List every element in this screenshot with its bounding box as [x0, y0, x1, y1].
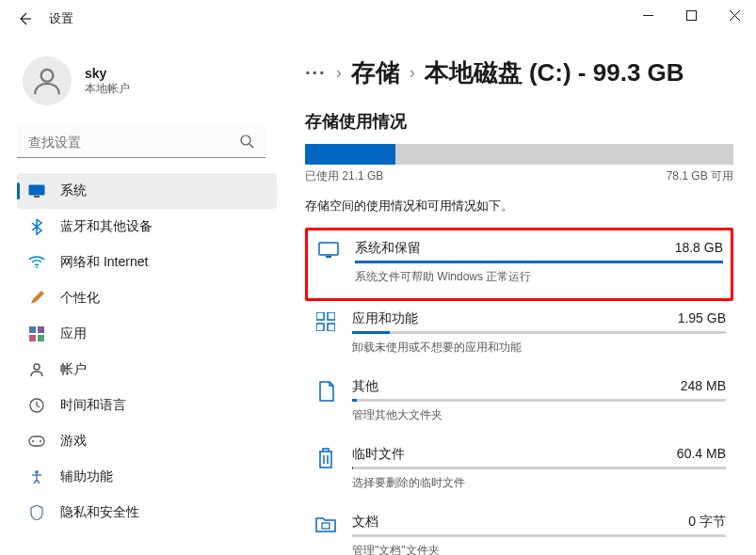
system-icon [315, 240, 342, 285]
docs-icon [313, 514, 339, 555]
maximize-button[interactable] [669, 0, 713, 30]
main-content: ··· › 存储 › 本地磁盘 (C:) - 99.3 GB 存储使用情况 已使… [282, 38, 756, 555]
svg-rect-20 [316, 324, 324, 331]
category-temp[interactable]: 临时文件60.4 MB选择要删除的临时文件 [305, 436, 733, 504]
chevron-right-icon: › [410, 63, 415, 83]
shield-icon [28, 504, 45, 521]
nav: 系统 蓝牙和其他设备 网络和 Internet 个性化 应用 帐户 [17, 173, 277, 531]
wifi-icon [28, 254, 45, 271]
svg-rect-16 [319, 243, 338, 255]
svg-rect-7 [38, 326, 44, 333]
usage-free: 78.1 GB 可用 [667, 168, 733, 184]
category-system[interactable]: 系统和保留18.8 GB系统文件可帮助 Windows 正常运行 [305, 228, 733, 301]
svg-rect-19 [328, 312, 335, 320]
nav-apps[interactable]: 应用 [17, 316, 277, 352]
category-size: 18.8 GB [675, 240, 723, 257]
category-size: 248 MB [681, 378, 726, 395]
usage-desc: 存储空间的使用情况和可用情况如下。 [305, 198, 733, 214]
category-size: 60.4 MB [677, 446, 726, 463]
svg-rect-22 [322, 523, 330, 529]
svg-rect-18 [316, 312, 324, 320]
category-desc: 系统文件可帮助 Windows 正常运行 [355, 269, 723, 285]
accessibility-icon [28, 468, 45, 485]
svg-rect-9 [38, 335, 44, 341]
minimize-button[interactable] [626, 0, 669, 30]
category-desc: 管理其他大文件夹 [352, 407, 726, 423]
temp-icon [313, 446, 339, 491]
other-icon [313, 378, 339, 423]
category-title: 临时文件 [352, 446, 405, 463]
chevron-right-icon: › [336, 63, 342, 83]
category-bar [352, 331, 726, 334]
nav-label: 时间和语言 [60, 397, 126, 414]
nav-label: 辅助功能 [60, 468, 113, 485]
brush-icon [28, 290, 45, 307]
sidebar: sky 本地帐户 系统 蓝牙和其他设备 网络和 Internet [0, 38, 282, 555]
nav-label: 个性化 [60, 290, 100, 307]
apps-icon [28, 325, 45, 342]
nav-label: 应用 [60, 325, 87, 342]
svg-rect-8 [29, 335, 36, 341]
category-title: 系统和保留 [355, 240, 421, 257]
svg-rect-17 [326, 256, 331, 258]
category-title: 应用和功能 [352, 310, 418, 327]
svg-rect-6 [29, 326, 36, 333]
category-title: 其他 [352, 378, 378, 395]
category-bar [355, 261, 723, 263]
nav-label: 网络和 Internet [60, 254, 148, 271]
user-block[interactable]: sky 本地帐户 [23, 56, 277, 105]
search-icon [239, 134, 254, 149]
system-icon [28, 182, 45, 199]
usage-fill [305, 144, 395, 165]
nav-network[interactable]: 网络和 Internet [17, 245, 277, 280]
svg-point-10 [34, 364, 40, 370]
apps-icon [313, 310, 339, 356]
category-desc: 管理"文档"文件夹 [352, 543, 726, 555]
nav-accessibility[interactable]: 辅助功能 [17, 459, 277, 495]
svg-point-5 [36, 266, 38, 268]
bluetooth-icon [28, 218, 45, 235]
back-button[interactable] [17, 11, 32, 26]
nav-label: 游戏 [60, 433, 87, 450]
user-name: sky [85, 66, 130, 81]
person-icon [28, 361, 45, 378]
svg-point-2 [241, 135, 250, 145]
user-sub: 本地帐户 [85, 81, 130, 97]
svg-point-1 [41, 70, 54, 82]
nav-label: 帐户 [60, 361, 87, 378]
nav-personalization[interactable]: 个性化 [17, 280, 277, 316]
search-box[interactable] [17, 126, 265, 158]
category-docs[interactable]: 文档0 字节管理"文档"文件夹 [305, 504, 733, 555]
nav-bluetooth[interactable]: 蓝牙和其他设备 [17, 209, 277, 245]
breadcrumb-storage[interactable]: 存储 [351, 56, 400, 89]
usage-bar [305, 144, 733, 165]
avatar [23, 56, 72, 105]
nav-system[interactable]: 系统 [17, 173, 277, 209]
nav-gaming[interactable]: 游戏 [17, 423, 277, 459]
clock-icon [28, 397, 45, 414]
close-button[interactable] [713, 0, 756, 30]
search-input[interactable] [17, 126, 265, 158]
usage-used: 已使用 21.1 GB [305, 168, 383, 184]
category-desc: 卸载未使用或不想要的应用和功能 [352, 340, 726, 356]
usage-title: 存储使用情况 [305, 110, 733, 133]
window-title: 设置 [49, 10, 73, 27]
svg-rect-4 [34, 196, 40, 198]
category-apps[interactable]: 应用和功能1.95 GB卸载未使用或不想要的应用和功能 [305, 301, 733, 369]
category-bar [352, 467, 726, 469]
svg-point-14 [40, 440, 41, 442]
svg-point-13 [32, 440, 34, 442]
svg-point-15 [35, 470, 39, 474]
category-bar [352, 399, 726, 402]
svg-rect-21 [328, 324, 335, 331]
breadcrumb-overflow[interactable]: ··· [305, 62, 327, 84]
category-size: 1.95 GB [678, 310, 726, 327]
nav-accounts[interactable]: 帐户 [17, 352, 277, 388]
category-other[interactable]: 其他248 MB管理其他大文件夹 [305, 369, 733, 436]
nav-privacy[interactable]: 隐私和安全性 [17, 495, 277, 531]
nav-label: 蓝牙和其他设备 [60, 218, 153, 235]
nav-time[interactable]: 时间和语言 [17, 388, 277, 423]
gamepad-icon [28, 433, 45, 450]
svg-rect-3 [29, 185, 45, 196]
category-size: 0 字节 [688, 514, 726, 531]
